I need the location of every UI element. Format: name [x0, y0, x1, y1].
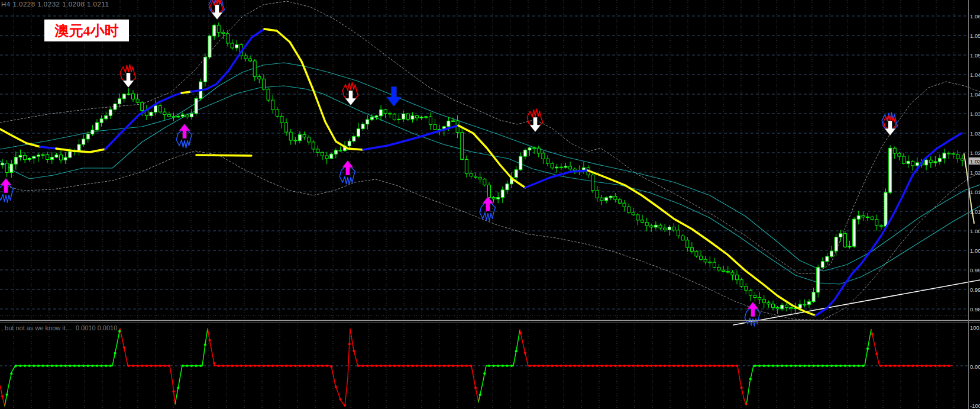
chart-label-box[interactable]: 澳元4小时 [44, 20, 129, 41]
indicator-label: , but not as we know it… 0.0010 0.0010 [1, 324, 117, 331]
mt4-chart-window: 1.06001.05501.05001.04501.04001.03501.03… [0, 0, 980, 409]
symbol-ohlc-info: H4 1.0228 1.0232 1.0208 1.0211 [1, 1, 109, 8]
price-axis[interactable] [968, 0, 980, 409]
indicator-panel[interactable] [0, 323, 968, 409]
chart-label-text: 澳元4小时 [55, 21, 119, 40]
main-chart-panel[interactable] [0, 0, 968, 320]
